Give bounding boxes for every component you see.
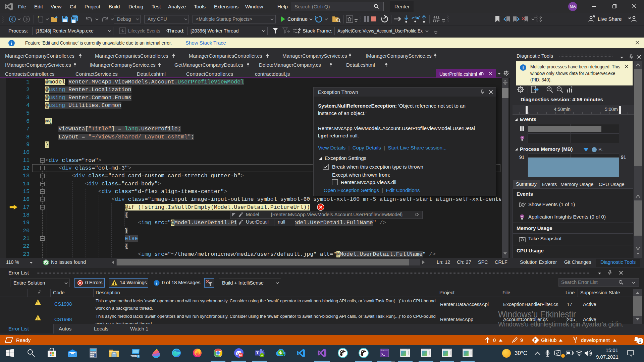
svg-text:C:\...: C:\... bbox=[381, 350, 386, 351]
svg-text:9+: 9+ bbox=[239, 353, 243, 357]
svg-text:?: ? bbox=[571, 86, 572, 89]
svg-text:i: i bbox=[523, 65, 524, 70]
svg-text:i: i bbox=[156, 281, 157, 286]
svg-text:i: i bbox=[11, 41, 12, 46]
